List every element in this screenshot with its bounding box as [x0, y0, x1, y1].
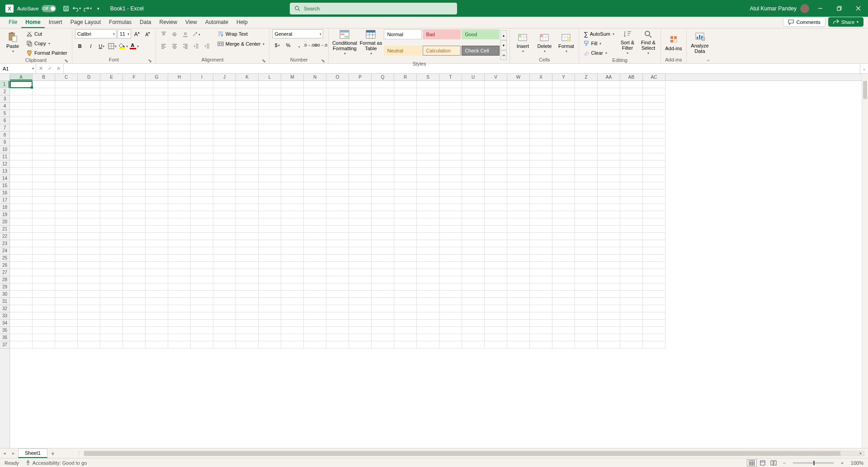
cell[interactable]	[281, 103, 304, 110]
save-button[interactable]	[61, 3, 71, 14]
cell[interactable]	[575, 233, 598, 240]
cell[interactable]	[236, 240, 259, 247]
insert-function-button[interactable]: fx	[54, 66, 63, 71]
cell[interactable]	[575, 247, 598, 255]
cell[interactable]	[281, 168, 304, 175]
cell[interactable]	[100, 124, 123, 132]
cell[interactable]	[620, 247, 643, 255]
cell[interactable]	[575, 204, 598, 211]
cell[interactable]	[236, 168, 259, 175]
cell[interactable]	[55, 298, 78, 305]
redo-button[interactable]: ▾	[82, 3, 93, 14]
row-header[interactable]: 31	[0, 298, 9, 305]
cell[interactable]	[575, 226, 598, 233]
cell[interactable]	[236, 153, 259, 160]
cell[interactable]	[123, 95, 146, 103]
cell[interactable]	[78, 262, 100, 269]
cell[interactable]	[326, 160, 349, 168]
cell[interactable]	[485, 117, 507, 124]
cell[interactable]	[598, 276, 620, 283]
cell[interactable]	[439, 132, 462, 139]
cell[interactable]	[620, 81, 643, 88]
cell[interactable]	[349, 168, 372, 175]
cell[interactable]	[552, 334, 575, 341]
cell[interactable]	[213, 298, 236, 305]
cell[interactable]	[439, 305, 462, 312]
cell[interactable]	[394, 168, 417, 175]
cell[interactable]	[530, 305, 552, 312]
cell[interactable]	[485, 160, 507, 168]
column-header[interactable]: S	[417, 74, 439, 80]
cell[interactable]	[598, 240, 620, 247]
hscroll-right[interactable]: ▸	[858, 451, 864, 456]
cell[interactable]	[281, 327, 304, 334]
cell[interactable]	[530, 153, 552, 160]
cell[interactable]	[304, 160, 326, 168]
cell[interactable]	[123, 327, 146, 334]
cell[interactable]	[146, 146, 168, 153]
sheet-tab-active[interactable]: Sheet1	[18, 448, 47, 458]
cell[interactable]	[326, 168, 349, 175]
cell[interactable]	[55, 168, 78, 175]
cell[interactable]	[236, 182, 259, 189]
cell[interactable]	[507, 95, 530, 103]
cell[interactable]	[439, 189, 462, 197]
cell[interactable]	[33, 117, 55, 124]
cell[interactable]	[349, 320, 372, 327]
cell[interactable]	[326, 153, 349, 160]
row-header[interactable]: 17	[0, 197, 9, 204]
cell[interactable]	[168, 320, 191, 327]
cell[interactable]	[394, 262, 417, 269]
cell[interactable]	[146, 197, 168, 204]
cell[interactable]	[394, 132, 417, 139]
cell[interactable]	[55, 103, 78, 110]
cell[interactable]	[417, 233, 439, 240]
decrease-indent-button[interactable]	[191, 41, 201, 51]
cell[interactable]	[620, 276, 643, 283]
cell[interactable]	[146, 341, 168, 349]
cell[interactable]	[213, 204, 236, 211]
cell[interactable]	[530, 204, 552, 211]
cell[interactable]	[10, 81, 33, 88]
insert-cells-button[interactable]: Insert▾	[513, 29, 533, 56]
cell[interactable]	[326, 103, 349, 110]
cell[interactable]	[620, 146, 643, 153]
row-header[interactable]: 33	[0, 312, 9, 320]
fill-button[interactable]: Fill▾	[582, 39, 616, 48]
cell[interactable]	[620, 117, 643, 124]
column-header[interactable]: N	[304, 74, 326, 80]
cell[interactable]	[462, 327, 485, 334]
cell[interactable]	[643, 160, 665, 168]
cell[interactable]	[304, 168, 326, 175]
cell[interactable]	[485, 312, 507, 320]
cell[interactable]	[462, 320, 485, 327]
cell[interactable]	[326, 283, 349, 291]
cell[interactable]	[462, 197, 485, 204]
cell[interactable]	[281, 312, 304, 320]
cell[interactable]	[485, 226, 507, 233]
cell[interactable]	[259, 175, 281, 182]
cell[interactable]	[417, 124, 439, 132]
cell[interactable]	[123, 269, 146, 276]
cell[interactable]	[123, 218, 146, 226]
cell[interactable]	[575, 197, 598, 204]
cell[interactable]	[304, 204, 326, 211]
cell[interactable]	[10, 327, 33, 334]
cell[interactable]	[146, 211, 168, 218]
cell[interactable]	[33, 298, 55, 305]
name-box[interactable]: A1	[0, 64, 36, 73]
cell[interactable]	[598, 327, 620, 334]
cell[interactable]	[552, 233, 575, 240]
cell[interactable]	[213, 276, 236, 283]
cell[interactable]	[575, 312, 598, 320]
cell[interactable]	[507, 291, 530, 298]
cell[interactable]	[552, 160, 575, 168]
font-dialog-launcher[interactable]: ⬊	[147, 58, 153, 63]
cell[interactable]	[304, 334, 326, 341]
expand-formula-bar-button[interactable]: ⌄	[860, 64, 868, 73]
cell[interactable]	[100, 103, 123, 110]
cell[interactable]	[33, 291, 55, 298]
cell[interactable]	[530, 182, 552, 189]
cell[interactable]	[530, 240, 552, 247]
cell[interactable]	[620, 110, 643, 117]
